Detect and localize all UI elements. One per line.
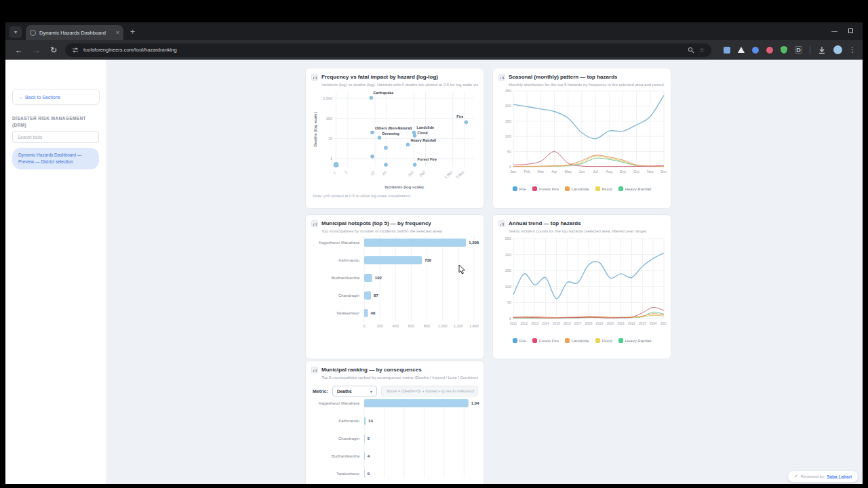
svg-text:Heavy Rainfall: Heavy Rainfall [411, 138, 437, 142]
svg-text:250: 250 [505, 89, 511, 93]
card-seasonal-pattern: Seasonal (monthly) pattern — top hazards… [492, 68, 671, 209]
search-icon[interactable] [688, 47, 694, 54]
legend-item: Flood [595, 186, 612, 191]
svg-text:50: 50 [507, 300, 511, 304]
legend-item: Landslide [565, 338, 589, 343]
card-title: Municipal hotspots (top 5) — by frequenc… [321, 220, 431, 227]
svg-text:200: 200 [505, 253, 511, 257]
svg-text:200: 200 [505, 104, 511, 108]
svg-text:Oct: Oct [633, 169, 639, 174]
downloads-icon[interactable] [818, 46, 826, 54]
bar [364, 309, 368, 317]
dashboard-page: ← Back to Sections DISASTER RISK MANAGEM… [5, 60, 863, 484]
metric-hint: Score = (Deaths×5) + Injured + (Loss in … [381, 386, 478, 396]
svg-text:2015: 2015 [553, 322, 560, 325]
card-municipal-ranking: Municipal ranking — by consequences Top … [305, 361, 484, 484]
legend-item: Fire [513, 338, 526, 343]
svg-text:1,044: 1,044 [471, 401, 479, 405]
svg-text:Landslide: Landslide [416, 125, 434, 129]
svg-text:2011: 2011 [510, 322, 517, 325]
extension-kite-icon[interactable] [724, 47, 730, 54]
bar [364, 239, 466, 247]
back-button[interactable]: ← [15, 45, 23, 55]
extension-d-icon[interactable]: D [795, 46, 802, 54]
metric-select[interactable]: Deaths ▾ [332, 386, 377, 396]
browser-tab[interactable]: Dynamic Hazards Dashboard × [26, 25, 123, 40]
chart-card-icon [498, 74, 505, 81]
barh-chart-svg: Kageshwori Manahara1,044Kathmandu14Chand… [311, 398, 479, 481]
sidebar-item-dynamic-hazards-dashboard[interactable]: Dynamic Hazards Dashboard — Preview — Di… [12, 148, 99, 169]
card-frequency-vs-impact: Frequency vs fatal impact by hazard (log… [305, 68, 484, 209]
svg-text:1,298: 1,298 [469, 241, 479, 245]
svg-text:Tarakeshwor: Tarakeshwor [336, 311, 359, 315]
badge-name[interactable]: Saba Lahari [827, 474, 852, 479]
back-to-sections-button[interactable]: ← Back to Sections [12, 89, 100, 105]
svg-text:Chandragiri: Chandragiri [338, 436, 359, 441]
svg-text:Forest Fire: Forest Fire [418, 157, 437, 161]
restore-button[interactable] [848, 28, 853, 35]
new-tab-button[interactable]: + [130, 27, 135, 37]
extension-blue-dot-icon[interactable] [752, 47, 759, 54]
svg-text:Jan: Jan [511, 169, 517, 174]
extension-red-dot-icon[interactable] [766, 47, 773, 54]
svg-text:Sep: Sep [620, 169, 627, 174]
profile-avatar[interactable] [833, 45, 842, 54]
scatter-point [371, 131, 374, 134]
svg-text:Kathmandu: Kathmandu [338, 258, 359, 262]
svg-text:0: 0 [368, 472, 370, 476]
bar [364, 274, 372, 282]
svg-text:2014: 2014 [542, 322, 549, 325]
bookmark-star-icon[interactable]: ☆ [699, 47, 705, 54]
svg-text:87: 87 [374, 293, 378, 298]
svg-text:Apr: Apr [551, 169, 557, 174]
svg-text:1,000: 1,000 [323, 96, 332, 100]
legend-item: Forest Fire [532, 186, 559, 191]
browser-window: ▾ Dynamic Hazards Dashboard × + — ← → ↻ … [5, 22, 863, 484]
svg-text:2016: 2016 [564, 322, 571, 325]
extension-triangle-icon[interactable] [738, 47, 745, 53]
svg-text:150: 150 [505, 119, 511, 123]
svg-text:2019: 2019 [596, 322, 604, 325]
svg-text:0: 0 [509, 165, 511, 169]
svg-text:Deaths (log scale): Deaths (log scale) [313, 112, 317, 146]
forward-button[interactable]: → [33, 45, 41, 55]
address-bar[interactable]: toolsforengineers.com/tool/hazardranking… [65, 43, 711, 57]
svg-text:2013: 2013 [531, 322, 538, 325]
card-title: Municipal ranking — by consequences [321, 367, 422, 373]
svg-text:May: May [565, 169, 572, 174]
svg-text:2024: 2024 [650, 322, 657, 325]
card-subtitle: Top 5 municipalities ranked by consequen… [321, 375, 478, 380]
scatter-point [334, 163, 338, 167]
svg-text:100: 100 [505, 285, 511, 289]
svg-text:102: 102 [375, 276, 382, 280]
svg-text:2025: 2025 [660, 322, 667, 325]
svg-text:1,400: 1,400 [469, 324, 479, 328]
mouse-cursor [458, 264, 467, 275]
svg-text:Earthquake: Earthquake [373, 91, 393, 95]
tab-favicon-icon [30, 30, 36, 36]
svg-text:2022: 2022 [628, 322, 635, 325]
minimize-button[interactable]: — [831, 28, 837, 35]
tab-title: Dynamic Hazards Dashboard [39, 30, 113, 36]
card-title: Annual trend — top hazards [509, 220, 581, 227]
reload-button[interactable]: ↻ [50, 45, 57, 55]
metric-selected-value: Deaths [337, 389, 352, 394]
svg-text:10: 10 [370, 170, 376, 176]
svg-text:2018: 2018 [585, 322, 593, 325]
search-tools-input[interactable] [12, 131, 99, 143]
chevron-down-icon: ▾ [14, 29, 17, 35]
tab-strip: ▾ Dynamic Hazards Dashboard × + — [5, 22, 863, 40]
tab-search-button[interactable]: ▾ [9, 26, 22, 38]
line-chart-svg: 250200150100500JanFebMarAprMayJunJulAugS… [498, 87, 667, 182]
reviewed-badge[interactable]: ✓ Reviewed by Saba Lahari [787, 470, 859, 483]
legend-item: Heavy Rainfall [618, 186, 652, 191]
svg-text:1,000: 1,000 [438, 324, 448, 328]
url-text[interactable]: toolsforengineers.com/tool/hazardranking [83, 47, 683, 53]
scatter-point [384, 163, 388, 167]
svg-text:Aug: Aug [606, 169, 612, 174]
extension-shield-icon[interactable] [781, 46, 787, 54]
svg-text:100: 100 [407, 170, 414, 178]
tab-close-icon[interactable]: × [116, 29, 119, 36]
menu-kebab-icon[interactable]: ⋮ [849, 46, 856, 54]
scatter-point [371, 155, 374, 158]
